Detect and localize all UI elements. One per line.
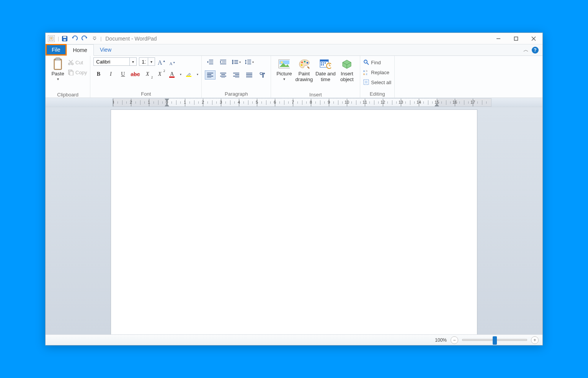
svg-text:a: a <box>363 73 365 75</box>
increase-indent-button[interactable] <box>218 57 229 67</box>
svg-rect-8 <box>514 37 518 40</box>
svg-point-58 <box>301 64 303 66</box>
title-bar: | | Document - WordPad <box>46 33 542 44</box>
tab-view[interactable]: View <box>94 44 118 55</box>
svg-point-69 <box>364 60 367 63</box>
qat-save-icon[interactable] <box>60 34 69 43</box>
insert-picture-button[interactable]: Picture ▾ <box>274 57 294 91</box>
font-size-input[interactable] <box>139 57 148 66</box>
chevron-down-icon: ▾ <box>283 77 285 81</box>
tab-file[interactable]: File <box>46 44 67 55</box>
select-all-button[interactable]: Select all <box>363 78 391 86</box>
font-color-button[interactable]: A <box>167 70 177 79</box>
horizontal-ruler[interactable]: 32101234567891011121314151617 <box>113 98 492 107</box>
svg-text:c: c <box>366 73 368 75</box>
window-title: Document - WordPad <box>105 36 157 42</box>
svg-rect-76 <box>365 81 368 83</box>
svg-rect-4 <box>63 36 66 38</box>
date-time-button[interactable]: Date and time <box>314 57 337 91</box>
cut-button[interactable]: Cut <box>68 58 87 67</box>
bold-button[interactable]: B <box>93 70 103 79</box>
align-left-button[interactable] <box>205 70 216 80</box>
group-insert: Picture ▾ Paint drawing Date and time <box>271 56 360 98</box>
qat-redo-icon[interactable] <box>80 34 89 43</box>
svg-rect-61 <box>321 62 322 64</box>
align-right-button[interactable] <box>231 70 242 80</box>
paragraph-dialog-button[interactable] <box>257 70 268 80</box>
strikethrough-button[interactable]: abc <box>130 70 140 79</box>
wordpad-icon <box>48 35 55 42</box>
subscript-button[interactable]: X2 <box>142 70 152 79</box>
svg-point-57 <box>307 62 309 64</box>
insert-object-button[interactable]: Insert object <box>337 57 357 91</box>
palette-icon <box>298 57 310 70</box>
collapse-ribbon-icon[interactable]: ︿ <box>523 47 529 54</box>
chevron-down-icon[interactable]: ▾ <box>148 57 155 66</box>
group-paragraph: ▾ ▾ <box>202 56 271 98</box>
qat-customize-icon[interactable] <box>90 34 99 43</box>
font-size-combo[interactable]: ▾ <box>139 57 155 66</box>
svg-point-28 <box>232 63 234 64</box>
object-icon <box>341 57 353 70</box>
svg-text:b: b <box>366 70 368 72</box>
paint-drawing-button[interactable]: Paint drawing <box>294 57 314 91</box>
justify-button[interactable] <box>244 70 255 80</box>
zoom-in-button[interactable]: + <box>531 336 539 344</box>
svg-rect-63 <box>325 62 326 64</box>
svg-rect-62 <box>323 62 324 64</box>
shrink-font-button[interactable]: A ▼ <box>168 57 176 66</box>
superscript-button[interactable]: X2 <box>155 70 165 79</box>
svg-point-55 <box>301 62 303 64</box>
app-window: | | Document - WordPad <box>45 33 543 345</box>
zoom-percent: 100% <box>435 337 447 343</box>
group-font: ▾ ▾ A ▲ A ▼ B <box>90 56 202 98</box>
copy-button[interactable]: Copy <box>68 68 87 77</box>
ribbon-tabs: File Home View ︿ ? <box>46 44 542 56</box>
document-area <box>46 107 542 334</box>
chevron-down-icon: ▾ <box>57 77 59 81</box>
group-clipboard: Paste ▾ Cut Copy <box>46 56 90 98</box>
replace-icon: abac <box>363 69 369 75</box>
svg-rect-60 <box>320 60 328 62</box>
font-name-combo[interactable]: ▾ <box>93 57 137 66</box>
underline-button[interactable]: U <box>118 70 128 79</box>
svg-rect-65 <box>323 64 324 65</box>
find-button[interactable]: Find <box>363 58 381 67</box>
font-name-input[interactable] <box>93 57 130 66</box>
qat-undo-icon[interactable] <box>70 34 79 43</box>
ribbon: Paste ▾ Cut Copy <box>46 56 542 98</box>
zoom-slider[interactable] <box>462 339 527 341</box>
chevron-down-icon[interactable]: ▾ <box>130 57 137 66</box>
tab-home[interactable]: Home <box>67 44 94 56</box>
ruler-area: 32101234567891011121314151617 <box>46 98 542 107</box>
minimize-button[interactable] <box>490 33 507 44</box>
document-page[interactable] <box>111 109 477 334</box>
scissors-icon <box>68 59 74 65</box>
svg-line-70 <box>367 63 369 65</box>
svg-rect-0 <box>49 37 53 41</box>
group-editing: Find abac Replace Select all Editing <box>360 56 395 98</box>
close-button[interactable] <box>525 33 542 44</box>
align-center-button[interactable] <box>218 70 229 80</box>
search-icon <box>363 59 369 65</box>
line-spacing-button[interactable]: ▾ <box>244 57 255 67</box>
clipboard-icon <box>52 57 64 70</box>
decrease-indent-button[interactable] <box>205 57 216 67</box>
copy-icon <box>68 69 74 75</box>
italic-button[interactable]: I <box>106 70 116 79</box>
replace-button[interactable]: abac Replace <box>363 68 389 77</box>
picture-icon <box>278 57 290 70</box>
highlight-button[interactable] <box>184 70 194 79</box>
svg-rect-12 <box>56 58 60 60</box>
maximize-button[interactable] <box>507 33 525 44</box>
status-bar: 100% − + <box>46 334 542 345</box>
svg-rect-64 <box>321 64 322 65</box>
svg-point-27 <box>232 61 234 63</box>
zoom-thumb[interactable] <box>493 336 497 345</box>
zoom-out-button[interactable]: − <box>451 336 458 344</box>
svg-rect-19 <box>70 71 73 75</box>
grow-font-button[interactable]: A ▲ <box>157 57 166 66</box>
help-icon[interactable]: ? <box>532 47 539 54</box>
paste-button[interactable]: Paste ▾ <box>49 57 67 91</box>
bullets-button[interactable]: ▾ <box>231 57 242 67</box>
